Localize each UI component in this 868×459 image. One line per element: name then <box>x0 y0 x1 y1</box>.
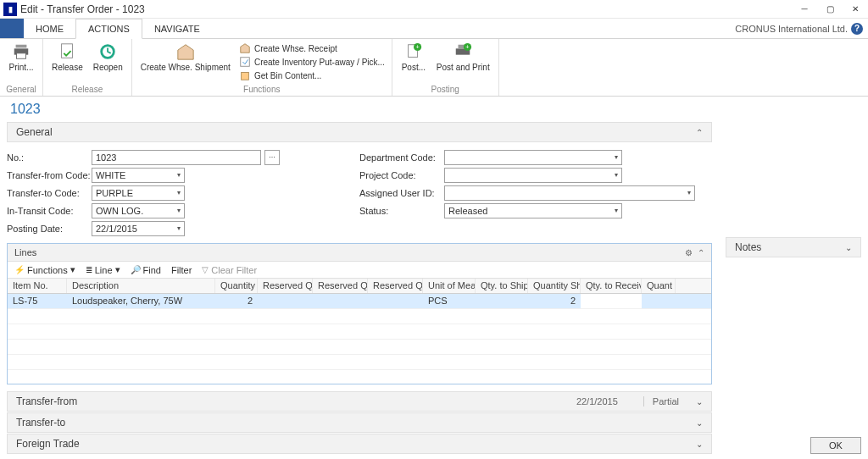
svg-rect-0 <box>16 45 27 48</box>
cell-quant[interactable] <box>642 294 676 308</box>
cell-reserved-2[interactable] <box>313 294 368 308</box>
table-row[interactable] <box>8 324 711 340</box>
transfer-to-select[interactable]: PURPLE▾ <box>92 185 185 201</box>
minimize-button[interactable]: ─ <box>792 0 817 19</box>
group-label-release: Release <box>47 83 128 96</box>
cell-reserved-1[interactable] <box>258 294 313 308</box>
col-qty-to-ship[interactable]: Qty. to Ship <box>476 279 528 293</box>
menu-bar: HOME ACTIONS NAVIGATE CRONUS Internation… <box>0 19 868 39</box>
company-text: CRONUS International Ltd. <box>735 24 848 34</box>
post-and-print-button[interactable]: + Post and Print <box>431 41 495 74</box>
cell-qty-to-receive[interactable] <box>581 294 642 308</box>
svg-text:+: + <box>415 43 419 51</box>
create-inventory-putaway-label: Create Inventory Put-away / Pick... <box>254 58 385 67</box>
table-row[interactable]: LS-75 Loudspeaker, Cherry, 75W 2 PCS 2 <box>8 294 711 309</box>
transfer-from-label: Transfer-from Code: <box>7 170 92 180</box>
lines-functions-menu[interactable]: ⚡Functions ▾ <box>14 264 75 275</box>
transfer-to-fasttab[interactable]: Transfer-to ⌄ <box>7 412 712 433</box>
col-quantity[interactable]: Quantity <box>215 279 258 293</box>
notes-title: Notes <box>735 241 845 253</box>
lines-line-menu[interactable]: ≣Line ▾ <box>86 264 120 275</box>
cell-qty-to-ship[interactable] <box>476 294 528 308</box>
chevron-down-icon: ▾ <box>115 264 120 275</box>
cell-qty-shipped[interactable]: 2 <box>528 294 581 308</box>
home-tab[interactable]: HOME <box>24 19 75 38</box>
svg-rect-8 <box>242 73 249 80</box>
no-input[interactable]: 1023 <box>92 150 261 165</box>
assigned-user-select[interactable]: ▾ <box>444 185 695 201</box>
col-uom[interactable]: Unit of Mea... <box>423 279 476 293</box>
lines-clear-filter-button[interactable]: ▽Clear Filter <box>202 265 257 275</box>
help-icon[interactable]: ? <box>851 23 863 35</box>
col-reserved-1[interactable]: Reserved Qu... <box>258 279 313 293</box>
list-icon: ≣ <box>86 265 92 274</box>
post-button[interactable]: + Post... <box>396 41 431 74</box>
create-inventory-putaway-button[interactable]: Create Inventory Put-away / Pick... <box>239 56 385 68</box>
grid-body[interactable]: LS-75 Loudspeaker, Cherry, 75W 2 PCS 2 <box>8 294 711 370</box>
lines-find-button[interactable]: 🔎Find <box>131 265 161 275</box>
posting-date-input[interactable]: 22/1/2015▾ <box>92 221 185 236</box>
create-whse-shipment-button[interactable]: Create Whse. Shipment <box>136 41 236 74</box>
status-select[interactable]: Released▾ <box>444 203 622 218</box>
cell-reserved-3[interactable] <box>368 294 423 308</box>
department-label: Department Code: <box>359 152 444 163</box>
in-transit-select[interactable]: OWN LOG.▾ <box>92 203 185 218</box>
ok-button[interactable]: OK <box>810 437 861 454</box>
chevron-down-icon: ▾ <box>70 264 75 275</box>
col-item-no[interactable]: Item No. <box>8 279 67 293</box>
notes-header[interactable]: Notes ⌄ <box>726 237 861 257</box>
putaway-icon <box>239 56 251 68</box>
chevron-down-icon: ▾ <box>177 224 181 232</box>
chevron-down-icon: ⌄ <box>845 243 852 252</box>
col-reserved-3[interactable]: Reserved Qu... <box>368 279 423 293</box>
cell-item-no[interactable]: LS-75 <box>8 294 67 308</box>
svg-rect-7 <box>241 58 250 67</box>
general-fields: No.: 1023 ⋯ Transfer-from Code: WHITE▾ T… <box>7 149 712 236</box>
print-button[interactable]: Print... <box>3 41 39 74</box>
navigate-tab[interactable]: NAVIGATE <box>142 19 212 38</box>
cell-uom[interactable]: PCS <box>423 294 476 308</box>
actions-tab[interactable]: ACTIONS <box>75 19 142 39</box>
create-whse-receipt-button[interactable]: Create Whse. Receipt <box>239 42 385 54</box>
page-title: 1023 <box>0 97 868 122</box>
status-label: Status: <box>359 206 444 216</box>
col-reserved-2[interactable]: Reserved Qu... <box>313 279 368 293</box>
gear-icon[interactable]: ⚙ <box>685 248 693 257</box>
app-icon: ▮ <box>3 3 17 16</box>
create-whse-receipt-label: Create Whse. Receipt <box>254 44 337 53</box>
table-row[interactable] <box>8 309 711 324</box>
col-qty-shipped[interactable]: Quantity Shi... <box>528 279 581 293</box>
table-row[interactable] <box>8 340 711 355</box>
horizontal-scrollbar[interactable] <box>8 370 711 384</box>
foreign-trade-fasttab[interactable]: Foreign Trade ⌄ <box>7 434 712 454</box>
lines-filter-button[interactable]: Filter <box>171 265 192 275</box>
col-qty-to-receive[interactable]: Qty. to Receive <box>581 279 642 293</box>
table-row[interactable] <box>8 355 711 370</box>
ribbon: Print... General Release Reopen Release … <box>0 39 868 97</box>
lines-section: Lines ⚙ ⌃ ⚡Functions ▾ ≣Line ▾ 🔎Find Fil… <box>7 243 712 384</box>
ribbon-group-general: Print... General <box>0 39 43 96</box>
reopen-button[interactable]: Reopen <box>88 41 128 74</box>
file-tab[interactable] <box>0 19 24 38</box>
no-assist-button[interactable]: ⋯ <box>264 150 280 165</box>
footer: OK <box>810 432 861 459</box>
close-button[interactable]: ✕ <box>843 0 868 19</box>
department-select[interactable]: ▾ <box>444 150 622 165</box>
cell-quantity[interactable]: 2 <box>215 294 258 308</box>
col-quant[interactable]: Quant <box>642 279 676 293</box>
cell-description[interactable]: Loudspeaker, Cherry, 75W <box>67 294 215 308</box>
lightning-icon: ⚡ <box>14 265 25 274</box>
col-description[interactable]: Description <box>67 279 215 293</box>
svg-marker-5 <box>178 45 193 59</box>
transfer-from-fasttab[interactable]: Transfer-from 22/1/2015 Partial ⌄ <box>7 391 712 412</box>
chevron-up-icon: ⌃ <box>696 128 703 137</box>
project-select[interactable]: ▾ <box>444 168 622 183</box>
maximize-button[interactable]: ▢ <box>817 0 843 19</box>
chevron-down-icon: ▾ <box>687 189 691 196</box>
general-fasttab-header[interactable]: General ⌃ <box>7 122 712 142</box>
release-button[interactable]: Release <box>47 41 88 74</box>
transfer-from-select[interactable]: WHITE▾ <box>92 168 185 183</box>
lines-header[interactable]: Lines ⚙ ⌃ <box>8 244 711 262</box>
grid-header-row: Item No. Description Quantity Reserved Q… <box>8 279 711 294</box>
get-bin-content-button[interactable]: Get Bin Content... <box>239 69 385 81</box>
